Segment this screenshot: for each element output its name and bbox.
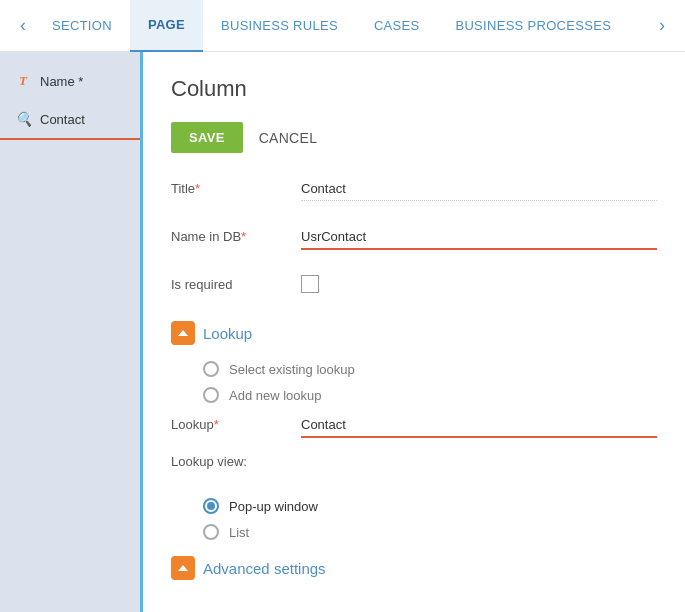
nav-item-business-rules[interactable]: BUSINESS RULES bbox=[203, 0, 356, 52]
nav-item-business-processes[interactable]: BUSINESS PROCESSES bbox=[437, 0, 629, 52]
nav-items: SECTION PAGE BUSINESS RULES CASES BUSINE… bbox=[34, 0, 651, 52]
sidebar-item-name[interactable]: T Name * bbox=[0, 62, 140, 100]
radio-popup-label: Pop-up window bbox=[229, 499, 318, 514]
radio-row-new: Add new lookup bbox=[203, 387, 657, 403]
title-field-row: Title* Contact bbox=[171, 177, 657, 209]
lookup-field-row: Lookup* Contact bbox=[171, 413, 657, 438]
lookup-view-label: Lookup view: bbox=[171, 450, 301, 469]
radio-existing-lookup[interactable] bbox=[203, 361, 219, 377]
lookup-label: Lookup* bbox=[171, 413, 301, 432]
nav-prev-arrow[interactable]: ‹ bbox=[12, 11, 34, 40]
search-icon: 🔍 bbox=[14, 110, 32, 128]
radio-existing-label: Select existing lookup bbox=[229, 362, 355, 377]
panel-title: Column bbox=[171, 76, 657, 102]
name-in-db-required-star: * bbox=[241, 229, 246, 244]
nav-item-page[interactable]: PAGE bbox=[130, 0, 203, 52]
name-in-db-label: Name in DB* bbox=[171, 225, 301, 244]
save-button[interactable]: SAVE bbox=[171, 122, 243, 153]
sidebar-item-name-label: Name * bbox=[40, 74, 83, 89]
radio-row-popup: Pop-up window bbox=[203, 498, 657, 514]
chevron-up-icon-advanced bbox=[177, 562, 189, 574]
radio-new-label: Add new lookup bbox=[229, 388, 322, 403]
svg-marker-1 bbox=[178, 565, 188, 571]
nav-item-cases[interactable]: CASES bbox=[356, 0, 438, 52]
advanced-settings-icon[interactable] bbox=[171, 556, 195, 580]
svg-marker-0 bbox=[178, 330, 188, 336]
sidebar-item-contact-label: Contact bbox=[40, 112, 85, 127]
radio-row-existing: Select existing lookup bbox=[203, 361, 657, 377]
title-value: Contact bbox=[301, 177, 657, 201]
title-required-star: * bbox=[195, 181, 200, 196]
column-panel: Column SAVE CANCEL Title* Contact Name i… bbox=[140, 52, 685, 612]
radio-list-label: List bbox=[229, 525, 249, 540]
cancel-button[interactable]: CANCEL bbox=[259, 130, 318, 146]
lookup-section-icon[interactable] bbox=[171, 321, 195, 345]
lookup-section-header: Lookup bbox=[171, 321, 657, 345]
sidebar: T Name * 🔍 Contact bbox=[0, 52, 140, 612]
main-area: T Name * 🔍 Contact Column SAVE CANCEL Ti… bbox=[0, 52, 685, 612]
lookup-radio-group: Select existing lookup Add new lookup bbox=[203, 361, 657, 403]
advanced-settings-section: Advanced settings bbox=[171, 556, 657, 580]
chevron-up-icon bbox=[177, 327, 189, 339]
name-in-db-value[interactable]: UsrContact bbox=[301, 225, 657, 250]
radio-row-list: List bbox=[203, 524, 657, 540]
title-label: Title* bbox=[171, 177, 301, 196]
advanced-settings-title: Advanced settings bbox=[203, 560, 326, 577]
radio-list[interactable] bbox=[203, 524, 219, 540]
name-in-db-field-row: Name in DB* UsrContact bbox=[171, 225, 657, 257]
is-required-checkbox[interactable] bbox=[301, 275, 319, 293]
lookup-view-radio-group: Pop-up window List bbox=[203, 498, 657, 540]
lookup-required-star: * bbox=[214, 417, 219, 432]
top-navigation: ‹ SECTION PAGE BUSINESS RULES CASES BUSI… bbox=[0, 0, 685, 52]
lookup-view-row: Lookup view: bbox=[171, 450, 657, 482]
is-required-field-row: Is required bbox=[171, 273, 657, 305]
radio-popup-window[interactable] bbox=[203, 498, 219, 514]
radio-add-new-lookup[interactable] bbox=[203, 387, 219, 403]
nav-item-section[interactable]: SECTION bbox=[34, 0, 130, 52]
is-required-label: Is required bbox=[171, 273, 301, 292]
action-row: SAVE CANCEL bbox=[171, 122, 657, 153]
text-icon: T bbox=[14, 72, 32, 90]
lookup-section-title: Lookup bbox=[203, 325, 252, 342]
lookup-value[interactable]: Contact bbox=[301, 413, 657, 438]
sidebar-item-contact[interactable]: 🔍 Contact bbox=[0, 100, 140, 140]
nav-next-arrow[interactable]: › bbox=[651, 11, 673, 40]
